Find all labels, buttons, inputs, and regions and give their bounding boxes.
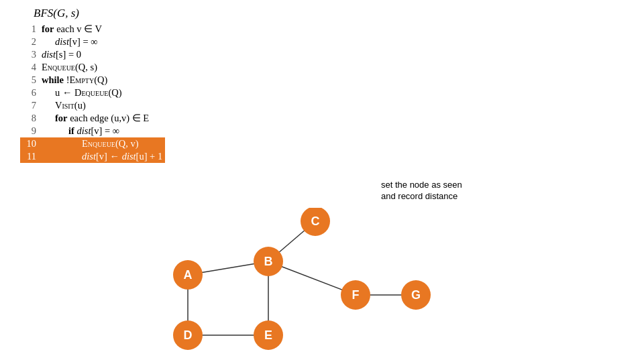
graph-node: F [341,280,370,310]
code-line: dist[v] ← dist[u] + 1 [39,150,165,163]
code-line: if dist[v] = ∞ [39,125,165,137]
line-number: 7 [20,99,39,112]
graph-node: B [254,247,283,276]
graph-node: D [173,320,203,350]
svg-text:G: G [411,288,421,302]
code-line: Enqueue(Q, v) [39,137,165,150]
line-number: 4 [20,61,39,74]
line-number: 9 [20,125,39,137]
graph-node: E [254,320,283,350]
line-number: 5 [20,74,39,86]
svg-text:A: A [184,268,193,282]
code-line: for each v ∈ V [39,23,165,36]
annotation-text: set the node as seen and record distance [381,180,475,202]
code-line: dist[v] = ∞ [39,36,165,48]
pseudocode-area: BFS(G, s) 1for each v ∈ V2dist[v] = ∞3di… [20,7,369,163]
line-number: 6 [20,86,39,99]
line-number: 11 [20,150,39,163]
line-number: 8 [20,112,39,125]
code-line: for each edge (u,v) ∈ E [39,112,165,125]
code-table: 1for each v ∈ V2dist[v] = ∞3dist[s] = 04… [20,23,165,163]
svg-text:C: C [311,215,320,228]
svg-text:E: E [264,328,272,342]
line-number: 3 [20,48,39,61]
svg-text:F: F [352,288,360,302]
svg-text:D: D [184,328,193,342]
graph-node: C [301,208,330,236]
svg-text:B: B [264,255,273,268]
bfs-title: BFS(G, s) [34,7,369,20]
graph-node: A [173,260,203,290]
code-line: while !Empty(Q) [39,74,165,86]
graph-node: G [401,280,431,310]
graph-svg: ABCDEFG [134,208,443,355]
code-line: u ← Dequeue(Q) [39,86,165,99]
graph-area: ABCDEFG [134,208,443,355]
code-line: Enqueue(Q, s) [39,61,165,74]
line-number: 10 [20,137,39,150]
line-number: 1 [20,23,39,36]
code-line: Visit(u) [39,99,165,112]
code-line: dist[s] = 0 [39,48,165,61]
line-number: 2 [20,36,39,48]
